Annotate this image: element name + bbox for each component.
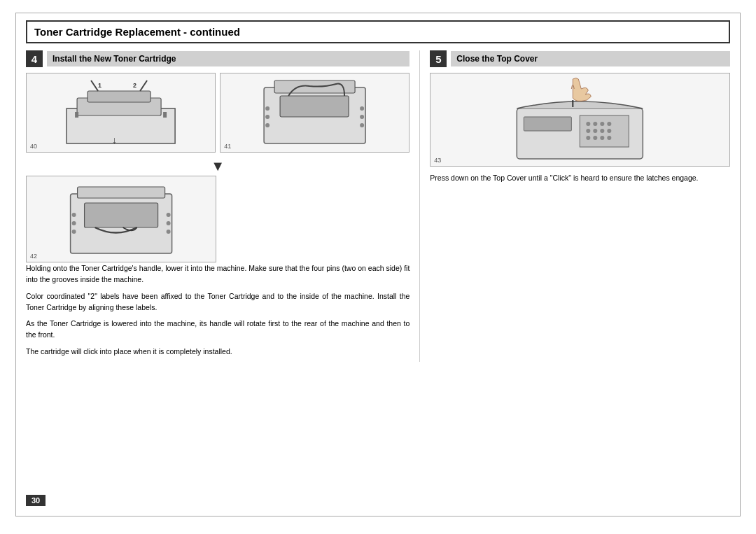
columns-container: 4 Install the New Toner Cartridge xyxy=(26,50,730,362)
left-column: 4 Install the New Toner Cartridge xyxy=(26,50,420,362)
fig43-svg xyxy=(430,73,729,164)
svg-text:2: 2 xyxy=(133,82,136,89)
main-title: Toner Cartridge Replacement - continued xyxy=(26,20,730,43)
svg-point-16 xyxy=(360,106,364,111)
svg-point-30 xyxy=(587,122,591,126)
figure-41: 41 xyxy=(220,73,410,153)
svg-line-4 xyxy=(140,80,147,91)
svg-rect-5 xyxy=(75,112,78,118)
svg-point-15 xyxy=(265,123,270,127)
svg-point-14 xyxy=(265,115,270,119)
fig40-svg: 1 2 ↓ xyxy=(27,73,215,150)
svg-rect-12 xyxy=(280,96,349,117)
svg-rect-20 xyxy=(85,203,158,227)
fig42-num: 42 xyxy=(30,253,37,260)
svg-point-34 xyxy=(587,129,591,133)
svg-point-17 xyxy=(360,115,364,119)
left-para-3: As the Toner Cartridge is lowered into t… xyxy=(26,318,410,341)
left-para-2: Color coordinated "2" labels have been a… xyxy=(26,290,410,314)
left-description: Holding onto the Toner Cartridge's handl… xyxy=(26,262,410,357)
svg-point-31 xyxy=(594,122,598,126)
right-description: Press down on the Top Cover until a "Cli… xyxy=(430,172,730,183)
svg-rect-21 xyxy=(78,187,165,198)
svg-point-35 xyxy=(594,129,598,133)
svg-rect-42 xyxy=(524,117,572,131)
left-para-1: Holding onto the Toner Cartridge's handl… xyxy=(26,262,410,286)
fig40-num: 40 xyxy=(30,143,37,150)
right-column: 5 Close the Top Cover xyxy=(420,50,730,362)
arrow-down: ▼ xyxy=(26,158,410,174)
page-container: Toner Cartridge Replacement - continued … xyxy=(15,13,741,517)
svg-point-38 xyxy=(587,136,591,140)
fig41-svg xyxy=(220,73,409,150)
left-section-header: 4 Install the New Toner Cartridge xyxy=(26,50,410,67)
left-images-row: 1 2 ↓ 40 xyxy=(26,73,410,153)
figure-43: 43 xyxy=(430,73,730,167)
left-para-4: The cartridge will click into place when… xyxy=(26,346,410,357)
svg-text:↓: ↓ xyxy=(112,134,117,146)
svg-point-37 xyxy=(608,129,612,133)
left-bottom-row: 42 xyxy=(26,176,410,262)
step-number-5: 5 xyxy=(430,50,447,67)
svg-point-23 xyxy=(72,221,76,225)
svg-rect-6 xyxy=(163,112,167,118)
right-section-header: 5 Close the Top Cover xyxy=(430,50,730,67)
svg-point-39 xyxy=(594,136,598,140)
fig42-svg xyxy=(27,176,216,260)
step-number-4: 4 xyxy=(26,50,43,67)
svg-point-18 xyxy=(360,123,364,127)
svg-point-27 xyxy=(167,230,171,234)
svg-rect-2 xyxy=(88,91,150,102)
figure-40: 1 2 ↓ 40 xyxy=(26,73,216,153)
svg-point-22 xyxy=(72,213,76,217)
svg-point-25 xyxy=(167,213,171,217)
svg-point-41 xyxy=(608,136,612,140)
figure-42: 42 xyxy=(26,176,216,262)
svg-point-13 xyxy=(265,106,270,111)
fig41-num: 41 xyxy=(224,143,231,150)
svg-point-26 xyxy=(167,221,171,225)
fig43-num: 43 xyxy=(434,157,441,164)
svg-point-32 xyxy=(601,122,605,126)
svg-point-24 xyxy=(72,230,76,234)
svg-point-36 xyxy=(601,129,605,133)
right-para-1: Press down on the Top Cover until a "Cli… xyxy=(430,172,730,183)
svg-text:1: 1 xyxy=(98,82,102,89)
left-section-title: Install the New Toner Cartridge xyxy=(47,51,410,66)
right-section-title: Close the Top Cover xyxy=(451,51,730,66)
svg-point-40 xyxy=(601,136,605,140)
svg-point-33 xyxy=(608,122,612,126)
page-number: 30 xyxy=(26,495,46,506)
svg-line-3 xyxy=(91,80,98,91)
